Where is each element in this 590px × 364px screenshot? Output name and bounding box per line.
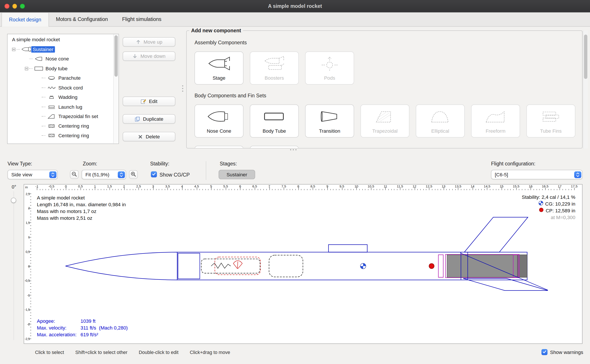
- tree-item-a-simple-model-rocket[interactable]: A simple model rocket: [7, 35, 113, 45]
- component-label: Body Tube: [263, 128, 286, 134]
- stages-label: Stages:: [220, 161, 237, 167]
- tree-scrollbar-thumb[interactable]: [114, 35, 118, 77]
- show-warnings-checkbox[interactable]: [542, 349, 548, 355]
- wadding-shape: [269, 255, 303, 277]
- tree-item-trapezoidal-fin-set[interactable]: Trapezoidal fin set: [7, 111, 113, 121]
- component-tree: A simple model rocketSustainerNose coneB…: [7, 35, 113, 143]
- body-tube-shape: [177, 252, 527, 280]
- wadding-icon: [46, 95, 57, 99]
- checkmark-icon: [152, 171, 156, 177]
- checkmark-icon: [542, 349, 547, 355]
- tree-item-centering-ring[interactable]: Centering ring: [7, 131, 113, 140]
- component-card-partial[interactable]: [250, 146, 299, 148]
- view-type-label: View Type:: [7, 161, 32, 167]
- body-tube-big-icon: [261, 105, 288, 128]
- show-cgcp-checkbox[interactable]: [151, 171, 157, 177]
- edit-button[interactable]: Edit: [123, 97, 175, 106]
- component-nose-cone-button[interactable]: Nose Cone: [194, 104, 243, 138]
- rotation-slider-track[interactable]: [13, 191, 14, 340]
- window-scrollbar-thumb[interactable]: [584, 34, 587, 79]
- fin-far-edge-line: [460, 253, 548, 290]
- show-cgcp-label: Show CG/CP: [160, 172, 190, 178]
- tree-item-nose-cone[interactable]: Nose cone: [7, 54, 113, 64]
- component-boosters-button: Boosters: [250, 52, 299, 85]
- status-hint: Click+drag to move: [190, 350, 230, 355]
- window-scrollbar[interactable]: [583, 30, 588, 148]
- tree-item-wadding[interactable]: Wadding: [7, 92, 113, 102]
- rotation-slider-thumb[interactable]: [11, 198, 16, 203]
- move-up-button: Move up: [123, 37, 175, 46]
- status-hint: Click to select: [35, 350, 64, 355]
- toolbar-separator: [206, 161, 206, 180]
- minimize-button[interactable]: [12, 4, 17, 9]
- tree-item-parachute[interactable]: Parachute: [7, 73, 113, 83]
- expander-icon[interactable]: [24, 67, 29, 70]
- flight-stat-value: 619 ft/s²: [80, 332, 98, 338]
- tab-flight-simulations[interactable]: Flight simulations: [115, 13, 168, 26]
- tree-connector: [42, 135, 46, 136]
- tree-item-label: Wadding: [57, 94, 79, 100]
- flight-stat-row: Max. velocity:311 ft/s (Mach 0,280): [37, 325, 128, 332]
- tree-connector: [42, 116, 46, 117]
- fullscreen-button[interactable]: [20, 4, 25, 9]
- component-tube-fins-button: Tube Fins: [526, 104, 575, 138]
- add-groups: Assembly ComponentsStageBoostersPodsBody…: [194, 40, 574, 149]
- tree-item-body-tube[interactable]: Body tube: [7, 64, 113, 73]
- component-label: Tube Fins: [540, 128, 562, 134]
- zoom-in-icon: [131, 171, 136, 178]
- motor-endcap-shape: [517, 255, 527, 277]
- group-label: Assembly Components: [194, 40, 574, 46]
- tree-item-label: Centering ring: [57, 132, 90, 139]
- tree-item-label: Centering ring: [57, 123, 90, 129]
- tree-item-sustainer[interactable]: Sustainer: [7, 45, 113, 54]
- flight-stat-label: Max. acceleration:: [37, 332, 81, 338]
- zoom-out-button[interactable]: [70, 170, 79, 179]
- close-button[interactable]: [5, 4, 9, 9]
- shock-cord-icon: [46, 85, 57, 90]
- button-label: Edit: [149, 98, 158, 104]
- button-label: Duplicate: [143, 116, 163, 122]
- component-label: Transition: [319, 128, 340, 134]
- delete-button[interactable]: Delete: [123, 132, 175, 141]
- pods-icon: [316, 52, 343, 75]
- flight-config-value: [C6-5]: [495, 172, 508, 177]
- view-type-select[interactable]: Side view: [7, 170, 57, 179]
- component-body-tube-button[interactable]: Body Tube: [250, 104, 299, 138]
- group-label: Body Components and Fin Sets: [194, 93, 574, 98]
- zoom-in-button[interactable]: [129, 170, 138, 179]
- panel-resize-handle[interactable]: [290, 149, 296, 150]
- zoom-select[interactable]: Fit (51,9%): [82, 170, 126, 179]
- edit-buttons-column: Move upMove downEditDuplicateDelete: [123, 37, 175, 141]
- tree-item-shock-cord[interactable]: Shock cord: [7, 83, 113, 92]
- tree-item-centering-ring[interactable]: Centering ring: [7, 121, 113, 131]
- tree-item-launch-lug[interactable]: Launch lug: [7, 102, 113, 112]
- component-freeform-button: Freeform: [471, 104, 520, 138]
- flight-stat-value: 311 ft/s (Mach 0,280): [80, 325, 127, 332]
- info-mass-empty: Mass with no motors 1,7 oz: [37, 208, 126, 215]
- tab-rocket-design[interactable]: Rocket design: [1, 13, 49, 27]
- fin-freeform-icon: [483, 105, 509, 128]
- duplicate-button[interactable]: Duplicate: [123, 114, 175, 124]
- tree-scrollbar[interactable]: [113, 34, 118, 143]
- component-label: Nose Cone: [207, 128, 231, 134]
- flight-config-select[interactable]: [C6-5]: [491, 170, 582, 179]
- component-transition-button[interactable]: Transition: [305, 104, 354, 138]
- cp-marker: [429, 263, 435, 269]
- flight-stat-label: Max. velocity:: [37, 325, 81, 332]
- tab-bar: Rocket design Motors & Configuration Fli…: [0, 13, 590, 27]
- mach-note: at M=0,300: [522, 214, 575, 221]
- tab-motors-configuration[interactable]: Motors & Configuration: [49, 13, 115, 26]
- zoom-out-icon: [71, 171, 77, 178]
- tree-item-label: Trapezoidal fin set: [57, 113, 100, 120]
- tree-item-label: Shock cord: [57, 84, 84, 91]
- component-card-partial[interactable]: [194, 146, 243, 148]
- stage-toggle-sustainer[interactable]: Sustainer: [219, 170, 255, 179]
- tree-connector: [29, 68, 33, 69]
- panel-splitter-handle[interactable]: [182, 85, 183, 92]
- view-type-value: Side view: [11, 172, 32, 177]
- cg-icon: [538, 201, 543, 208]
- rocket-canvas[interactable]: -1-0,500,511,522,533,544,555,566,577,588…: [24, 184, 582, 344]
- expander-icon[interactable]: [11, 48, 16, 51]
- component-label: Freeform: [486, 128, 505, 134]
- component-stage-button[interactable]: Stage: [194, 52, 243, 85]
